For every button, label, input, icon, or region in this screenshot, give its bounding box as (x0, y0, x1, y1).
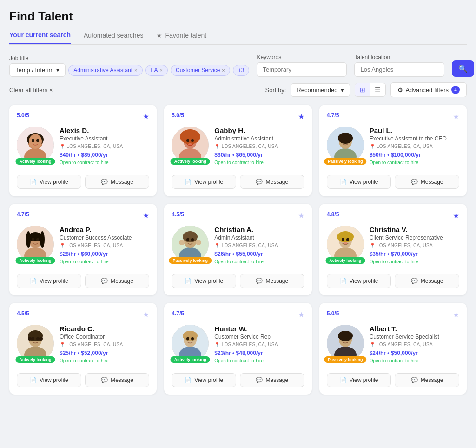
avatar-wrap: Passively looking (327, 325, 364, 362)
card-info: Christina V. Client Service Representati… (370, 226, 459, 264)
svg-point-26 (32, 238, 34, 241)
message-button[interactable]: 💬 Message (395, 175, 459, 189)
card-body: Actively looking Hunter W. Customer Serv… (172, 325, 304, 363)
candidate-rating: 5.0/5 (172, 112, 184, 119)
view-profile-button[interactable]: 📄 View profile (17, 175, 81, 189)
candidate-location: 📍 LOS ANGELES, CA, USA (370, 342, 459, 347)
candidate-name: Ricardo C. (60, 325, 149, 333)
candidate-title: Admin Assistant (214, 234, 304, 241)
search-button[interactable]: 🔍 (452, 60, 474, 77)
candidate-title: Customer Success Associate (60, 234, 149, 241)
view-profile-button[interactable]: 📄 View profile (327, 175, 391, 189)
favorite-star-icon[interactable]: ★ (298, 112, 304, 121)
controls-row: Clear all filters × Sort by: Recommended… (9, 82, 467, 97)
favorite-star-icon[interactable]: ★ (453, 310, 459, 319)
candidate-title: Client Service Representative (370, 234, 459, 241)
avatar-wrap: Actively looking (172, 325, 209, 362)
svg-point-56 (191, 337, 194, 341)
tag-close-icon[interactable]: × (222, 67, 225, 73)
message-button[interactable]: 💬 Message (85, 373, 150, 387)
candidate-location: 📍 LOS ANGELES, CA, USA (214, 243, 304, 248)
job-title-dropdown[interactable]: Temp / Interim ▾ (9, 63, 66, 77)
card-actions: 📄 View profile 💬 Message (172, 368, 304, 387)
candidates-grid: 5.0/5 ★ Actively looking Alexis D. Execu… (9, 105, 467, 395)
avatar-wrap: Actively looking (327, 226, 364, 263)
card-body: Passively looking Christian A. Admin Ass… (172, 226, 304, 264)
status-badge: Actively looking (171, 356, 210, 363)
view-profile-button[interactable]: 📄 View profile (17, 373, 81, 387)
candidate-pay: $26/hr • $55,000/yr (214, 251, 304, 257)
svg-point-27 (36, 238, 39, 241)
advanced-filters-count: 4 (451, 86, 460, 94)
talent-card: 5.0/5 ★ Actively looking Gabby H. Admini… (164, 105, 311, 196)
message-button[interactable]: 💬 Message (395, 373, 459, 387)
avatar-wrap: Passively looking (327, 127, 364, 164)
svg-point-17 (338, 133, 353, 144)
candidate-rating: 4.7/5 (17, 211, 29, 218)
grid-view-button[interactable]: ⊞ (355, 83, 370, 96)
view-profile-button[interactable]: 📄 View profile (327, 274, 391, 288)
svg-point-47 (28, 337, 32, 341)
profile-icon: 📄 (340, 278, 347, 284)
status-badge: Passively looking (324, 356, 367, 363)
card-info: Paul L. Executive Assistant to the CEO 📍… (370, 127, 459, 165)
candidate-pay: $35/hr • $70,000/yr (370, 251, 459, 257)
favorite-star-icon[interactable]: ★ (143, 310, 149, 319)
message-button[interactable]: 💬 Message (395, 274, 459, 288)
svg-point-5 (32, 139, 34, 142)
favorite-star-icon[interactable]: ★ (298, 211, 304, 220)
list-view-button[interactable]: ☰ (370, 83, 385, 96)
candidate-location: 📍 LOS ANGELES, CA, USA (214, 342, 304, 347)
message-button[interactable]: 💬 Message (240, 175, 304, 189)
view-profile-button[interactable]: 📄 View profile (172, 373, 236, 387)
message-button[interactable]: 💬 Message (85, 175, 150, 189)
clear-filters-button[interactable]: Clear all filters × (9, 87, 53, 94)
candidate-pay: $25/hr • $52,000/yr (60, 350, 149, 356)
sort-dropdown[interactable]: Recommended ▾ (291, 83, 350, 97)
profile-icon: 📄 (30, 278, 37, 284)
profile-icon: 📄 (30, 377, 37, 383)
candidate-name: Christina V. (370, 226, 459, 234)
favorite-star-icon[interactable]: ★ (298, 310, 304, 319)
message-button[interactable]: 💬 Message (85, 274, 150, 288)
card-body: Passively looking Paul L. Executive Assi… (327, 127, 459, 165)
location-pin-icon: 📍 (370, 243, 375, 248)
view-profile-button[interactable]: 📄 View profile (17, 274, 81, 288)
view-profile-button[interactable]: 📄 View profile (172, 175, 236, 189)
page-title: Find Talent (9, 9, 467, 24)
tag-close-icon[interactable]: × (134, 67, 137, 73)
contract-tag: Open to contract-to-hire (60, 160, 149, 165)
tag-administrative-assistant[interactable]: Administrative Assistant × (68, 65, 142, 76)
favorite-star-icon[interactable]: ★ (453, 211, 459, 220)
message-button[interactable]: 💬 Message (240, 373, 304, 387)
candidate-title: Office Coordinator (60, 334, 149, 340)
card-actions: 📄 View profile 💬 Message (172, 170, 304, 189)
message-button[interactable]: 💬 Message (240, 274, 304, 288)
svg-point-24 (26, 231, 31, 248)
svg-point-19 (346, 139, 349, 142)
favorite-star-icon[interactable]: ★ (453, 112, 459, 121)
contract-tag: Open to contract-to-hire (370, 160, 459, 165)
favorite-star-icon[interactable]: ★ (143, 112, 149, 121)
advanced-filters-button[interactable]: ⚙ Advanced filters 4 (390, 82, 467, 97)
keywords-input[interactable] (257, 62, 347, 77)
message-icon: 💬 (101, 377, 108, 383)
svg-point-49 (32, 337, 34, 341)
tag-customer-service[interactable]: Customer Service × (171, 65, 230, 76)
location-input[interactable] (354, 62, 444, 77)
tag-ea[interactable]: EA × (145, 65, 168, 76)
sort-label: Sort by: (265, 87, 286, 94)
view-profile-button[interactable]: 📄 View profile (172, 274, 236, 288)
tags-more-badge[interactable]: +3 (233, 65, 250, 76)
tag-close-icon[interactable]: × (160, 67, 163, 73)
favorite-star-icon[interactable]: ★ (143, 211, 149, 220)
right-controls: Sort by: Recommended ▾ ⊞ ☰ ⚙ Advanced fi… (265, 82, 467, 97)
tab-favorite-talent[interactable]: ★ Favorite talent (156, 31, 206, 44)
tab-current-search[interactable]: Your current search (9, 31, 71, 44)
tab-automated-searches[interactable]: Automated searches (84, 31, 143, 44)
message-icon: 💬 (411, 377, 418, 383)
contract-tag: Open to contract-to-hire (60, 358, 149, 363)
view-profile-button[interactable]: 📄 View profile (327, 373, 391, 387)
svg-point-25 (40, 231, 45, 248)
message-icon: 💬 (256, 278, 263, 284)
